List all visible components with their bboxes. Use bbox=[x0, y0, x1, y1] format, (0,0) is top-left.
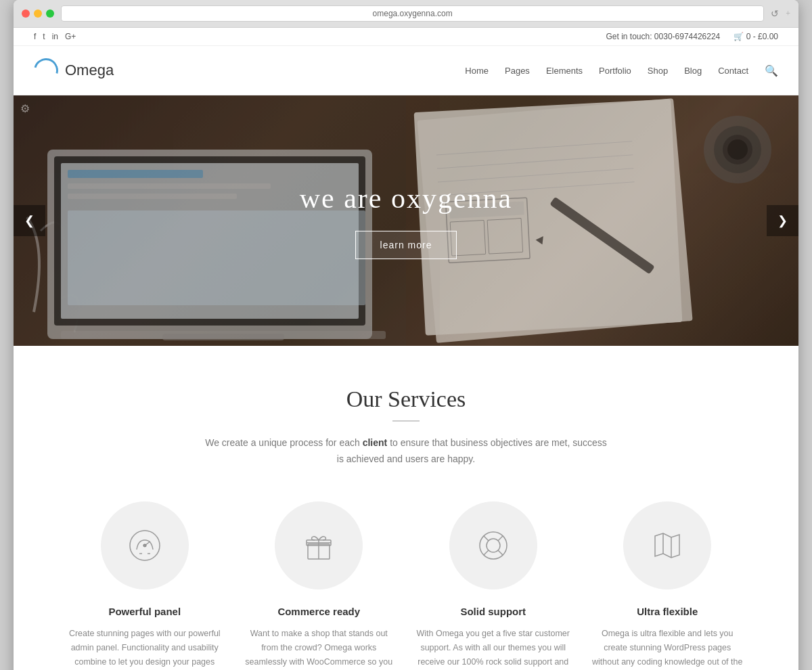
services-grid: Powerful panel Create stunning pages wit… bbox=[68, 501, 744, 670]
svg-rect-6 bbox=[68, 194, 237, 199]
cart[interactable]: 🛒 0 - £0.00 bbox=[734, 32, 778, 41]
service-icon-circle-3 bbox=[449, 501, 537, 589]
traffic-lights bbox=[22, 9, 54, 18]
services-desc-start: We create a unique process for each bbox=[205, 437, 362, 448]
services-section: Our Services We create a unique process … bbox=[14, 346, 798, 670]
service-title-2: Commerce ready bbox=[242, 606, 397, 617]
service-icon-circle-2 bbox=[275, 501, 363, 589]
service-icon-circle-4 bbox=[623, 501, 711, 589]
hero-content: we are oxygenna learn more bbox=[300, 182, 513, 259]
service-desc-3: With Omega you get a five star customer … bbox=[416, 627, 570, 670]
nav-portfolio[interactable]: Portfolio bbox=[599, 66, 631, 76]
nav-shop[interactable]: Shop bbox=[648, 66, 668, 76]
reload-button[interactable]: ↺ bbox=[771, 8, 779, 20]
browser-chrome: omega.oxygenna.com ↺ + bbox=[14, 0, 798, 28]
hero-prev-button[interactable]: ❮ bbox=[14, 205, 45, 236]
top-bar: f t in G+ Get in touch: 0030-6974426224 … bbox=[14, 28, 798, 46]
svg-line-37 bbox=[484, 536, 489, 541]
services-heading: Our Services bbox=[54, 386, 758, 412]
svg-line-38 bbox=[498, 536, 503, 541]
hero-section: ⚙ ❮ we are oxygenna learn more ❯ bbox=[14, 95, 798, 346]
hero-next-button[interactable]: ❯ bbox=[767, 205, 798, 236]
twitter-icon[interactable]: t bbox=[43, 32, 45, 41]
service-title-3: Solid support bbox=[416, 606, 570, 617]
svg-marker-41 bbox=[655, 533, 679, 558]
svg-rect-4 bbox=[68, 170, 203, 178]
logo-text: Omega bbox=[65, 62, 114, 79]
minimize-button[interactable] bbox=[34, 9, 42, 18]
service-item-powerful-panel: Powerful panel Create stunning pages wit… bbox=[68, 501, 222, 670]
nav-home[interactable]: Home bbox=[465, 66, 489, 76]
hero-title: we are oxygenna bbox=[300, 182, 513, 215]
service-desc-4: Omega is ultra flexible and lets you cre… bbox=[591, 627, 745, 670]
service-title-4: Ultra flexible bbox=[591, 606, 745, 617]
browser-window: omega.oxygenna.com ↺ + f t in G+ Get in … bbox=[14, 0, 798, 670]
logo-icon bbox=[29, 53, 62, 87]
service-item-support: Solid support With Omega you get a five … bbox=[416, 501, 570, 670]
svg-rect-8 bbox=[74, 326, 372, 331]
gift-icon bbox=[301, 528, 336, 563]
address-bar[interactable]: omega.oxygenna.com bbox=[61, 5, 764, 22]
googleplus-icon[interactable]: G+ bbox=[65, 32, 76, 41]
svg-rect-10 bbox=[162, 334, 284, 340]
learn-more-button[interactable]: learn more bbox=[355, 231, 457, 259]
nav-contact[interactable]: Contact bbox=[718, 66, 748, 76]
svg-rect-5 bbox=[68, 183, 271, 189]
logo[interactable]: Omega bbox=[34, 58, 114, 83]
service-item-commerce: Commerce ready Want to make a shop that … bbox=[242, 501, 397, 670]
contact-info: Get in touch: 0030-6974426224 bbox=[606, 32, 720, 41]
nav-elements[interactable]: Elements bbox=[546, 66, 583, 76]
services-desc-bold: client bbox=[363, 437, 388, 448]
service-item-flexible: Ultra flexible Omega is ultra flexible a… bbox=[591, 501, 745, 670]
nav-links: Home Pages Elements Portfolio Shop Blog … bbox=[465, 64, 778, 77]
search-icon[interactable]: 🔍 bbox=[765, 64, 778, 77]
gauge-icon bbox=[127, 528, 162, 563]
nav-pages[interactable]: Pages bbox=[505, 66, 530, 76]
svg-point-30 bbox=[143, 544, 146, 547]
services-description: We create a unique process for each clie… bbox=[203, 435, 609, 468]
nav-blog[interactable]: Blog bbox=[684, 66, 702, 76]
service-title-1: Powerful panel bbox=[68, 606, 222, 617]
linkedin-icon[interactable]: in bbox=[52, 32, 58, 41]
svg-line-40 bbox=[484, 550, 489, 555]
svg-line-39 bbox=[498, 550, 503, 555]
social-icons: f t in G+ bbox=[34, 32, 76, 41]
facebook-icon[interactable]: f bbox=[34, 32, 36, 41]
close-button[interactable] bbox=[22, 9, 30, 18]
website: f t in G+ Get in touch: 0030-6974426224 … bbox=[14, 28, 798, 670]
lifering-icon bbox=[476, 528, 511, 563]
settings-icon[interactable]: ⚙ bbox=[20, 102, 30, 115]
maximize-button[interactable] bbox=[46, 9, 54, 18]
map-icon bbox=[650, 528, 685, 563]
navbar: Omega Home Pages Elements Portfolio Shop… bbox=[14, 46, 798, 95]
service-desc-2: Want to make a shop that stands out from… bbox=[242, 627, 397, 670]
service-icon-circle-1 bbox=[101, 501, 189, 589]
svg-point-27 bbox=[727, 139, 748, 160]
services-divider bbox=[392, 420, 420, 422]
service-desc-1: Create stunning pages with our powerful … bbox=[68, 627, 222, 670]
